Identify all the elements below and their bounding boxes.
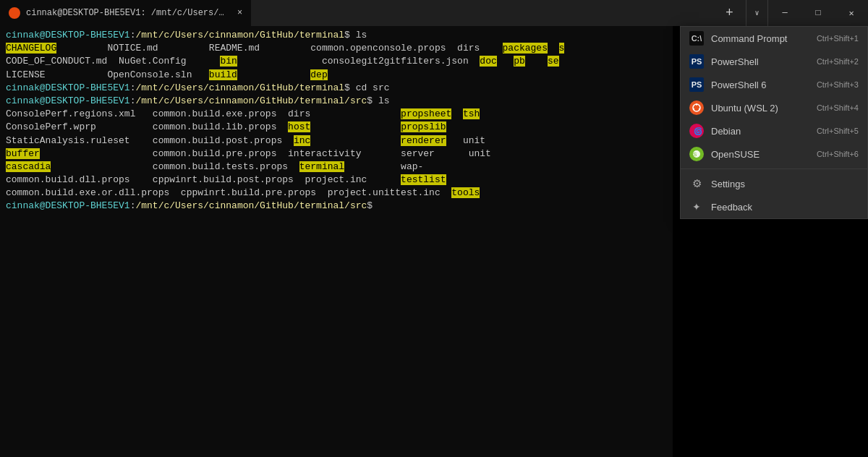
new-tab-button[interactable]: + bbox=[713, 0, 746, 26]
menu-label-debian: Debian bbox=[711, 126, 809, 137]
menu-shortcut-cmd: Ctrl+Shift+1 bbox=[817, 34, 859, 43]
close-button[interactable]: ✕ bbox=[835, 0, 868, 26]
ubuntu-icon bbox=[689, 101, 704, 115]
menu-label-feedback: Feedback bbox=[711, 202, 859, 213]
tab-close-button[interactable]: × bbox=[237, 8, 242, 18]
menu-item-settings[interactable]: ⚙ Settings bbox=[681, 172, 867, 195]
title-bar-left: cinnak@DESKTOP-BHE5EV1: /mnt/c/Users/cin… bbox=[0, 0, 713, 26]
menu-item-opensuse[interactable]: S OpenSUSE Ctrl+Shift+6 bbox=[681, 142, 867, 166]
profile-dropdown-menu: C:\ Command Prompt Ctrl+Shift+1 PS Power… bbox=[680, 26, 868, 219]
menu-label-ps6: PowerShell 6 bbox=[711, 80, 809, 90]
minimize-button[interactable]: — bbox=[768, 0, 801, 26]
terminal-area: cinnak@DESKTOP-BHE5EV1:/mnt/c/Users/cinn… bbox=[0, 26, 673, 457]
svg-text:🌀: 🌀 bbox=[694, 127, 702, 136]
feedback-icon: ✦ bbox=[689, 200, 704, 214]
debian-icon: 🌀 bbox=[689, 124, 704, 138]
menu-item-ps6[interactable]: PS PowerShell 6 Ctrl+Shift+3 bbox=[681, 73, 867, 96]
menu-label-opensuse: OpenSUSE bbox=[711, 149, 809, 160]
ubuntu-tab-icon bbox=[9, 7, 20, 19]
svg-text:S: S bbox=[693, 151, 697, 158]
menu-item-cmd[interactable]: C:\ Command Prompt Ctrl+Shift+1 bbox=[681, 27, 867, 50]
menu-item-debian[interactable]: 🌀 Debian Ctrl+Shift+5 bbox=[681, 119, 867, 142]
title-bar-right: + ∨ — □ ✕ bbox=[713, 0, 868, 26]
terminal-output: cinnak@DESKTOP-BHE5EV1:/mnt/c/Users/cinn… bbox=[6, 29, 667, 213]
menu-label-ubuntu: Ubuntu (WSL 2) bbox=[711, 103, 809, 114]
menu-shortcut-debian: Ctrl+Shift+5 bbox=[817, 127, 859, 135]
title-bar: cinnak@DESKTOP-BHE5EV1: /mnt/c/Users/cin… bbox=[0, 0, 868, 26]
menu-shortcut-ubuntu: Ctrl+Shift+4 bbox=[817, 103, 859, 112]
settings-icon: ⚙ bbox=[689, 176, 704, 191]
tab-title: cinnak@DESKTOP-BHE5EV1: /mnt/c/Users/cin… bbox=[26, 8, 229, 18]
menu-shortcut-ps6: Ctrl+Shift+3 bbox=[817, 80, 859, 89]
menu-item-feedback[interactable]: ✦ Feedback bbox=[681, 195, 867, 218]
menu-item-ps[interactable]: PS PowerShell Ctrl+Shift+2 bbox=[681, 50, 867, 73]
svg-point-2 bbox=[699, 108, 700, 110]
maximize-button[interactable]: □ bbox=[801, 0, 835, 26]
ps6-icon: PS bbox=[689, 77, 704, 92]
terminal-tab[interactable]: cinnak@DESKTOP-BHE5EV1: /mnt/c/Users/cin… bbox=[0, 0, 251, 26]
menu-item-ubuntu[interactable]: Ubuntu (WSL 2) Ctrl+Shift+4 bbox=[681, 96, 867, 119]
svg-point-1 bbox=[696, 103, 697, 105]
svg-point-3 bbox=[693, 108, 694, 110]
ps-icon: PS bbox=[689, 54, 704, 69]
menu-label-ps: PowerShell bbox=[711, 56, 809, 67]
menu-shortcut-opensuse: Ctrl+Shift+6 bbox=[817, 150, 859, 158]
window-controls: — □ ✕ bbox=[768, 0, 868, 26]
opensuse-icon: S bbox=[689, 147, 704, 161]
menu-divider bbox=[681, 168, 867, 169]
menu-label-settings: Settings bbox=[711, 179, 859, 189]
menu-label-cmd: Command Prompt bbox=[711, 33, 809, 44]
cmd-icon: C:\ bbox=[689, 31, 704, 46]
menu-shortcut-ps: Ctrl+Shift+2 bbox=[817, 57, 859, 66]
profile-dropdown-button[interactable]: ∨ bbox=[746, 0, 768, 26]
